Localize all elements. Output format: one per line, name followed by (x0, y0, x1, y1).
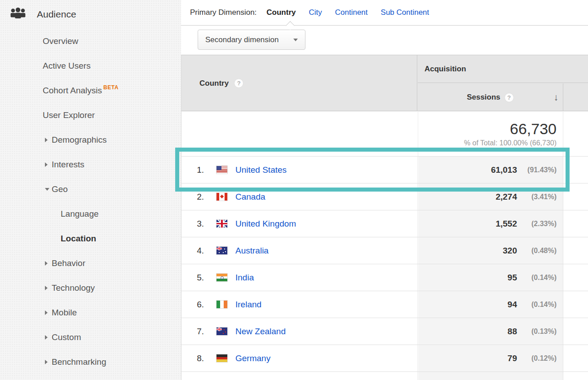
sidebar-item-cohort-analysis[interactable]: Cohort AnalysisBETA (0, 78, 181, 103)
locations-table: Country ? Acquisition Sessions ? ↓ 66,73… (181, 55, 588, 380)
beta-badge: BETA (103, 84, 119, 91)
sidebar-item-label: Language (61, 209, 99, 219)
flag-nz-icon (217, 328, 227, 335)
sidebar-header: Audience (0, 5, 181, 25)
row-rank: 7. (191, 327, 204, 336)
country-link[interactable]: United Kingdom (235, 219, 296, 229)
table-row: 5.India95(0.14%) (181, 264, 588, 291)
sidebar-item-label: Demographics (52, 135, 107, 145)
table-row: 1.United States61,013(91.43%) (181, 157, 588, 183)
country-link[interactable]: United States (235, 165, 287, 175)
country-link[interactable]: New Zealand (235, 327, 286, 336)
sessions-percent: (0.14%) (517, 301, 557, 309)
row-rank: 4. (191, 246, 204, 256)
sidebar-item-label: Interests (52, 160, 84, 170)
table-header: Country ? Acquisition Sessions ? ↓ (181, 55, 588, 111)
country-cell: 2.Canada (181, 183, 418, 210)
chevron-right-icon (45, 261, 48, 266)
sidebar-item-interests[interactable]: Interests (0, 152, 181, 177)
sessions-percent: (0.14%) (517, 274, 557, 282)
country-cell: 4.Australia (181, 237, 418, 264)
chevron-down-icon (45, 188, 49, 191)
country-link[interactable]: Canada (235, 192, 265, 202)
flag-ca-icon (217, 193, 227, 201)
sidebar-item-mobile[interactable]: Mobile (0, 300, 181, 325)
row-rank: 5. (191, 273, 204, 283)
row-rank: 3. (191, 219, 204, 229)
primary-dimension-bar: Primary Dimension: CountryCityContinentS… (181, 0, 588, 26)
sessions-percent: (3.41%) (517, 193, 557, 201)
help-icon[interactable]: ? (234, 79, 243, 88)
country-link[interactable]: Australia (235, 246, 269, 256)
chevron-right-icon (45, 286, 48, 290)
sidebar-item-geo[interactable]: Geo (0, 177, 181, 201)
primary-dimension-tab-country[interactable]: Country (266, 8, 296, 17)
sessions-value: 95 (508, 273, 517, 283)
total-row: 66,730 % of Total: 100.00% (66,730) (181, 112, 588, 157)
sessions-percent: (91.43%) (517, 166, 557, 174)
sessions-cell: 95(0.14%) (418, 264, 563, 291)
sidebar-item-demographics[interactable]: Demographics (0, 127, 181, 152)
sidebar-item-user-explorer[interactable]: User Explorer (0, 103, 181, 127)
country-link[interactable]: Germany (235, 354, 270, 363)
primary-dimension-label: Primary Dimension: (190, 8, 256, 17)
help-icon[interactable]: ? (504, 93, 514, 102)
sessions-percent: (0.13%) (517, 328, 557, 336)
row-rank: 2. (191, 192, 204, 202)
total-sessions-value: 66,730 (510, 121, 557, 137)
country-cell: 6.Ireland (181, 291, 418, 318)
flag-au-icon (217, 247, 227, 254)
country-cell: 7.New Zealand (181, 318, 418, 345)
country-column-header: Country ? (181, 55, 417, 111)
table-row: 7.New Zealand88(0.13%) (181, 318, 588, 345)
sessions-cell: 94(0.14%) (418, 291, 563, 318)
sidebar-item-label: Location (61, 234, 96, 244)
chevron-right-icon (45, 335, 48, 340)
sidebar-item-label: Active Users (43, 61, 91, 71)
sidebar-item-technology[interactable]: Technology (0, 275, 181, 300)
row-rank: 1. (191, 165, 204, 175)
table-row: 2.Canada2,274(3.41%) (181, 183, 588, 210)
primary-dimension-tab-sub-continent[interactable]: Sub Continent (381, 8, 429, 17)
sidebar-item-behavior[interactable]: Behavior (0, 251, 181, 275)
sort-descending-icon[interactable]: ↓ (554, 92, 559, 103)
sessions-cell: 1,552(2.33%) (418, 210, 563, 237)
sidebar-item-label: Behavior (52, 258, 85, 268)
sessions-percent: (2.33%) (517, 220, 557, 228)
sessions-cell: 61,013(91.43%) (418, 157, 563, 183)
table-row: 3.United Kingdom1,552(2.33%) (181, 210, 588, 237)
sidebar-item-label: Mobile (52, 308, 77, 318)
sidebar-item-language[interactable]: Language (0, 201, 181, 226)
sidebar-item-location[interactable]: Location (0, 226, 181, 251)
country-cell: 1.United States (181, 157, 418, 183)
primary-dimension-tab-continent[interactable]: Continent (335, 8, 368, 17)
sidebar-item-label: Technology (52, 283, 95, 293)
sidebar-item-label: Custom (52, 332, 81, 342)
table-body: 66,730 % of Total: 100.00% (66,730) 1.Un… (181, 112, 588, 380)
sidebar-item-overview[interactable]: Overview (0, 29, 181, 53)
sessions-percent: (0.48%) (517, 247, 557, 255)
country-link[interactable]: Ireland (235, 300, 261, 310)
sidebar-item-custom[interactable]: Custom (0, 325, 181, 349)
flag-gb-icon (217, 220, 227, 227)
sessions-cell: 2,274(3.41%) (418, 183, 563, 210)
sidebar-item-benchmarking[interactable]: Benchmarking (0, 349, 181, 374)
sidebar-item-label: Cohort Analysis (43, 86, 102, 96)
country-link[interactable]: India (235, 273, 254, 283)
sessions-cell: 320(0.48%) (418, 237, 563, 264)
sidebar-item-active-users[interactable]: Active Users (0, 53, 181, 78)
primary-dimension-tab-city[interactable]: City (309, 8, 322, 17)
sessions-header-label: Sessions (467, 93, 500, 102)
sidebar-item-label: Overview (43, 36, 78, 46)
country-cell: 8.Germany (181, 345, 418, 371)
sessions-value: 88 (508, 327, 517, 336)
sessions-cell: 88(0.13%) (418, 318, 563, 345)
row-rank: 6. (191, 300, 204, 310)
sessions-value: 2,274 (495, 192, 517, 202)
sessions-column-header[interactable]: Sessions ? ↓ (418, 83, 563, 111)
flag-ie-icon (217, 301, 227, 308)
chevron-right-icon (45, 360, 48, 364)
sidebar-nav: OverviewActive UsersCohort AnalysisBETAU… (0, 29, 181, 374)
sessions-value: 94 (508, 300, 517, 310)
secondary-dimension-button[interactable]: Secondary dimension (198, 30, 305, 50)
